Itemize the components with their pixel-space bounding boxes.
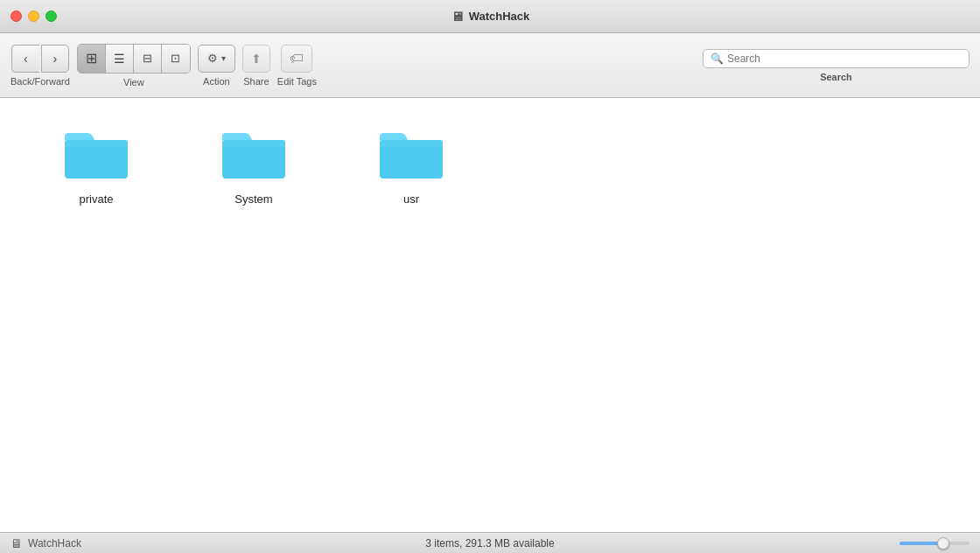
back-button[interactable]: ‹	[11, 45, 39, 73]
back-icon: ‹	[24, 52, 28, 66]
search-group: 🔍 Search	[703, 49, 970, 82]
device-label: WatchHack	[28, 537, 81, 550]
zoom-slider[interactable]	[900, 542, 970, 545]
view-list-button[interactable]: ☰	[106, 45, 134, 73]
view-cover-button[interactable]: ⊡	[162, 45, 190, 73]
folder-name-usr: usr	[403, 192, 419, 206]
edit-tags-group: 🏷 Edit Tags	[277, 45, 317, 87]
view-columns-button[interactable]: ⊟	[134, 45, 162, 73]
cover-icon: ⊡	[171, 52, 180, 65]
title-drive-icon: 🖥	[451, 9, 464, 24]
columns-icon: ⊟	[143, 52, 152, 65]
back-forward-buttons: ‹ ›	[11, 45, 69, 73]
window-controls	[10, 10, 57, 22]
toolbar: ‹ › Back/Forward ⊞ ☰ ⊟ ⊡ View	[0, 33, 980, 98]
back-forward-label: Back/Forward	[10, 76, 70, 87]
view-buttons: ⊞ ☰ ⊟ ⊡	[77, 44, 191, 74]
edit-tags-button[interactable]: 🏷	[281, 45, 312, 73]
search-input[interactable]	[727, 52, 962, 65]
title-bar: 🖥 WatchHack	[0, 0, 980, 33]
tag-icon: 🏷	[290, 51, 304, 66]
share-group: ⬆ Share	[242, 45, 270, 87]
close-button[interactable]	[10, 10, 22, 22]
device-label-wrap: 🖥 WatchHack	[10, 536, 81, 550]
forward-button[interactable]: ›	[41, 45, 69, 73]
folder-usr[interactable]: usr	[368, 124, 455, 206]
main-content: private System usr	[0, 98, 980, 532]
edit-tags-label: Edit Tags	[277, 76, 317, 87]
action-label: Action	[203, 76, 230, 87]
folder-name-private: private	[79, 192, 113, 206]
action-button[interactable]: ⚙ ▾	[198, 45, 235, 73]
folder-system[interactable]: System	[210, 124, 298, 206]
search-label: Search	[820, 72, 852, 82]
svg-rect-1	[65, 140, 128, 147]
view-group: ⊞ ☰ ⊟ ⊡ View	[77, 44, 191, 88]
status-text: 3 items, 291.3 MB available	[425, 537, 554, 550]
share-label: Share	[243, 76, 269, 87]
action-dropdown-icon: ▾	[221, 53, 226, 63]
folder-private[interactable]: private	[52, 124, 140, 206]
view-label: View	[123, 77, 144, 88]
search-icon: 🔍	[710, 52, 724, 65]
action-group: ⚙ ▾ Action	[198, 45, 235, 87]
status-bar: 🖥 WatchHack 3 items, 291.3 MB available	[0, 532, 980, 553]
folder-icon-system	[219, 124, 289, 184]
zoom-slider-wrap	[900, 542, 970, 545]
folder-icon-private	[61, 124, 131, 184]
share-icon: ⬆	[251, 52, 262, 66]
list-icon: ☰	[114, 52, 125, 66]
gear-icon: ⚙	[207, 52, 218, 65]
search-input-wrap[interactable]: 🔍	[703, 49, 970, 68]
grid-icon: ⊞	[86, 50, 97, 66]
view-icon-button[interactable]: ⊞	[78, 45, 106, 73]
title-label: WatchHack	[469, 10, 530, 23]
svg-rect-3	[222, 140, 285, 147]
folder-icon-usr	[376, 124, 446, 184]
share-button[interactable]: ⬆	[242, 45, 270, 73]
svg-rect-5	[380, 140, 443, 147]
back-forward-group: ‹ › Back/Forward	[10, 45, 70, 87]
forward-icon: ›	[53, 52, 58, 66]
minimize-button[interactable]	[28, 10, 39, 22]
hdd-icon: 🖥	[10, 536, 23, 550]
window-title: 🖥 WatchHack	[451, 9, 530, 24]
maximize-button[interactable]	[46, 10, 57, 22]
folder-name-system: System	[234, 192, 272, 206]
